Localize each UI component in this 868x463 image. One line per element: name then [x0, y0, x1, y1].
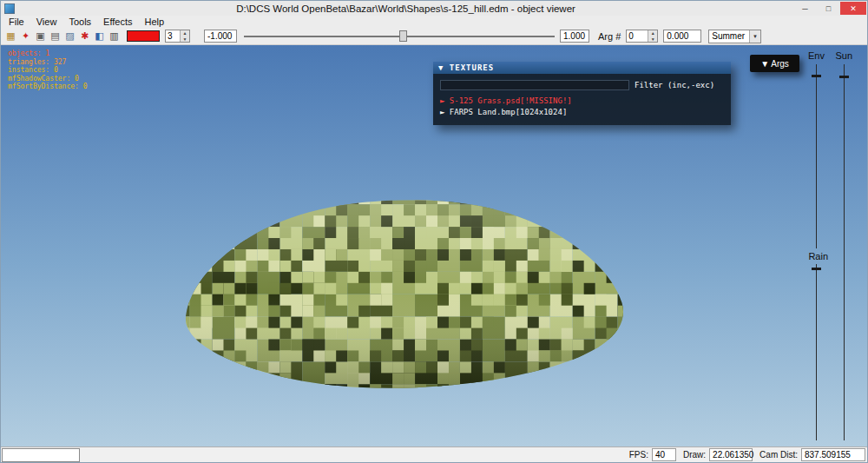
effects-icon[interactable]: ✱: [77, 30, 92, 43]
textures-panel: ▼ TEXTURES Filter (inc,-exc) ► S-125 Gra…: [433, 62, 731, 125]
debug-line: objects: 1: [8, 50, 88, 58]
debug-line: triangles: 327: [8, 58, 88, 67]
environment-controls: Env Sun Rain: [793, 45, 867, 446]
display-icon[interactable]: ◧: [92, 30, 107, 43]
menu-file[interactable]: File: [3, 17, 30, 27]
arg-number-label: Arg #: [598, 31, 621, 42]
debug-line: instances: 0: [8, 66, 88, 75]
speed-spinner[interactable]: 3 ▲ ▼: [165, 30, 190, 43]
cam-dist-value: 837.509155: [801, 448, 865, 461]
arg-value-field[interactable]: [663, 30, 701, 43]
fps-value: 40: [652, 448, 676, 461]
app-icon: [4, 3, 15, 14]
maximize-button[interactable]: □: [817, 2, 840, 15]
hill-shading: [186, 200, 623, 388]
grid-icon[interactable]: ▤: [48, 30, 62, 43]
menu-help[interactable]: Help: [139, 17, 171, 27]
open-model-icon[interactable]: ▦: [3, 30, 18, 43]
speed-spinner-value[interactable]: 3: [166, 30, 180, 42]
menu-view[interactable]: View: [30, 17, 63, 27]
rain-slider-thumb[interactable]: [812, 268, 821, 270]
status-command-input[interactable]: [2, 448, 80, 462]
window-title: D:\DCS World OpenBeta\Bazar\World\Shapes…: [18, 3, 793, 14]
draw-label: Draw:: [683, 450, 706, 460]
screenshot-icon[interactable]: ▣: [33, 30, 48, 43]
spinner-down-icon[interactable]: ▼: [181, 36, 189, 43]
season-selected-value: Summer: [712, 31, 745, 41]
sun-label: Sun: [835, 50, 852, 61]
env-label: Env: [808, 50, 825, 61]
fps-label: FPS:: [629, 450, 648, 460]
arg-number-spinner[interactable]: 0 ▲ ▼: [626, 30, 658, 43]
season-dropdown[interactable]: Summer ▼: [708, 30, 761, 43]
textures-panel-body: Filter (inc,-exc) ► S-125 Grass.psd[!MIS…: [433, 74, 731, 125]
animation-slider-thumb[interactable]: [399, 30, 407, 42]
texture-filter-label: Filter (inc,-exc): [635, 81, 714, 89]
menu-tools[interactable]: Tools: [62, 17, 97, 27]
debug-overlay: objects: 1 triangles: 327 instances: 0 m…: [8, 50, 88, 91]
object-viewer-window: D:\DCS World OpenBeta\Bazar\World\Shapes…: [0, 0, 868, 463]
camera-icon[interactable]: ▥: [107, 30, 122, 43]
animation-icon[interactable]: ✦: [18, 30, 33, 43]
draw-value: 22.061350: [709, 448, 753, 461]
texture-list-item[interactable]: ► FARPS Land.bmp[1024x1024]: [440, 107, 724, 118]
args-button[interactable]: ▼ Args: [750, 55, 799, 72]
spinner-down-icon[interactable]: ▼: [648, 36, 657, 43]
viewport[interactable]: objects: 1 triangles: 327 instances: 0 m…: [1, 45, 867, 446]
cam-dist-label: Cam Dist:: [760, 450, 798, 460]
close-button[interactable]: ✕: [840, 2, 866, 15]
chevron-down-icon[interactable]: ▼: [749, 30, 760, 43]
texture-filter-input[interactable]: [440, 80, 629, 90]
env-slider-thumb[interactable]: [812, 75, 821, 77]
anim-min-field[interactable]: [204, 30, 237, 43]
anim-max-field[interactable]: [560, 30, 589, 43]
rain-label: Rain: [808, 251, 828, 261]
animation-slider[interactable]: [244, 30, 555, 43]
color-swatch[interactable]: [127, 30, 160, 42]
statusbar: FPS: 40 Draw: 22.061350 Cam Dist: 837.50…: [1, 446, 867, 462]
minimize-button[interactable]: ─: [793, 2, 817, 15]
menu-effects[interactable]: Effects: [97, 17, 138, 27]
arg-number-value[interactable]: 0: [627, 30, 648, 42]
texture-list-item[interactable]: ► S-125 Grass.psd[!MISSING!]: [440, 96, 724, 107]
env-slider-track[interactable]: [816, 64, 817, 248]
rain-slider-track[interactable]: [816, 264, 817, 440]
debug-line: mfSortByDistance: 0: [8, 83, 88, 91]
textures-panel-header[interactable]: ▼ TEXTURES: [433, 62, 731, 74]
menubar: File View Tools Effects Help: [1, 16, 867, 28]
sun-slider-thumb[interactable]: [839, 76, 849, 78]
texture-icon[interactable]: ▨: [62, 30, 77, 43]
sun-slider-track[interactable]: [844, 64, 845, 440]
debug-line: mfShadowCaster: 0: [8, 75, 88, 83]
titlebar[interactable]: D:\DCS World OpenBeta\Bazar\World\Shapes…: [1, 1, 867, 16]
toolbar: ▦ ✦ ▣ ▤ ▨ ✱ ◧ ▥ 3 ▲ ▼ Arg # 0 ▲ ▼: [1, 28, 867, 45]
